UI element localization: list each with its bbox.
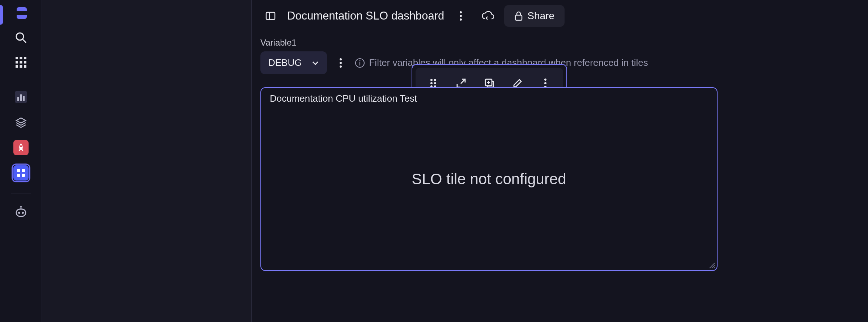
svg-rect-7: [24, 61, 26, 64]
tile-empty-message: SLO tile not configured: [412, 170, 566, 188]
rail-divider-2: [11, 194, 31, 194]
stack-icon[interactable]: [13, 115, 29, 130]
svg-rect-5: [16, 61, 18, 64]
svg-point-22: [22, 212, 24, 214]
panel-left-icon[interactable]: [260, 6, 281, 26]
search-icon[interactable]: [13, 30, 29, 46]
dashboard-title[interactable]: Documentation SLO dashboard: [287, 9, 444, 22]
svg-rect-10: [24, 65, 26, 68]
svg-point-27: [460, 11, 462, 13]
tile-area: Documentation CPU utilization Test SLO t…: [252, 74, 868, 284]
svg-rect-17: [22, 169, 25, 172]
svg-rect-19: [22, 174, 25, 177]
dashboard-app-icon[interactable]: [13, 165, 29, 181]
svg-rect-16: [17, 169, 20, 172]
share-label: Share: [527, 10, 554, 22]
dashboard-header: Documentation SLO dashboard Share: [252, 0, 868, 29]
svg-point-32: [340, 62, 342, 64]
more-vertical-icon[interactable]: [451, 6, 471, 26]
dynatrace-logo-icon[interactable]: [13, 5, 29, 21]
svg-rect-2: [16, 57, 18, 59]
svg-rect-18: [17, 174, 20, 177]
svg-rect-14: [23, 96, 25, 101]
svg-point-21: [18, 212, 20, 214]
nav-rail: [0, 0, 42, 322]
svg-point-29: [460, 18, 462, 21]
apps-grid-icon[interactable]: [13, 54, 29, 70]
svg-rect-4: [24, 57, 26, 59]
svg-point-48: [544, 82, 546, 84]
info-icon: [354, 58, 365, 68]
svg-point-15: [20, 145, 22, 147]
svg-point-40: [434, 82, 436, 84]
svg-point-36: [359, 60, 361, 61]
svg-point-28: [460, 15, 462, 17]
svg-line-43: [461, 79, 465, 84]
bot-icon[interactable]: [13, 204, 29, 220]
svg-point-33: [340, 65, 342, 68]
variable-value: DEBUG: [268, 57, 302, 68]
svg-point-38: [434, 79, 436, 81]
chevron-down-icon: [312, 60, 319, 65]
svg-rect-12: [17, 97, 19, 101]
variable-select[interactable]: DEBUG: [260, 51, 327, 74]
rocket-icon[interactable]: [13, 140, 29, 155]
svg-line-1: [23, 39, 26, 43]
lock-icon: [514, 11, 523, 21]
rail-active-indicator: [0, 5, 3, 25]
svg-point-0: [16, 33, 24, 40]
svg-point-31: [340, 58, 342, 60]
svg-line-52: [714, 267, 715, 268]
svg-rect-8: [16, 65, 18, 68]
slo-tile[interactable]: Documentation CPU utilization Test SLO t…: [260, 87, 718, 271]
resize-handle-icon[interactable]: [707, 261, 715, 269]
svg-point-47: [544, 79, 546, 81]
svg-rect-9: [20, 65, 22, 68]
rail-divider: [11, 79, 31, 79]
svg-point-24: [20, 206, 22, 207]
bar-chart-icon[interactable]: [13, 89, 29, 105]
main-content: Documentation SLO dashboard Share Variab…: [252, 0, 868, 322]
cloud-sync-icon[interactable]: [477, 6, 498, 26]
svg-rect-3: [20, 57, 22, 59]
svg-point-37: [430, 79, 433, 81]
variable-label: Variable1: [260, 38, 859, 48]
variable-more-icon[interactable]: [333, 53, 348, 73]
tile-title: Documentation CPU utilization Test: [270, 93, 417, 104]
svg-rect-6: [20, 61, 22, 64]
svg-rect-30: [515, 15, 522, 20]
svg-rect-13: [20, 94, 22, 101]
svg-rect-20: [16, 209, 26, 216]
svg-rect-25: [266, 12, 275, 20]
share-button[interactable]: Share: [504, 5, 565, 27]
svg-point-39: [430, 82, 433, 84]
secondary-panel: [42, 0, 252, 322]
